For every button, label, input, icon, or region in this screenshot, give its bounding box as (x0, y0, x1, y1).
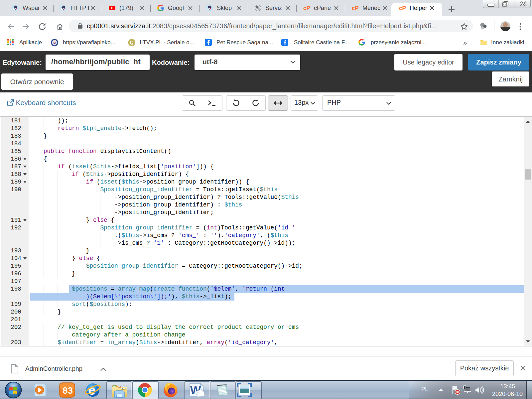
svg-text:cP: cP (399, 5, 406, 11)
svg-text:e: e (88, 383, 95, 397)
svg-text:83: 83 (63, 385, 73, 396)
svg-text:cP: cP (352, 5, 359, 11)
svg-text:G: G (130, 40, 134, 46)
svg-text:cP: cP (303, 5, 310, 11)
